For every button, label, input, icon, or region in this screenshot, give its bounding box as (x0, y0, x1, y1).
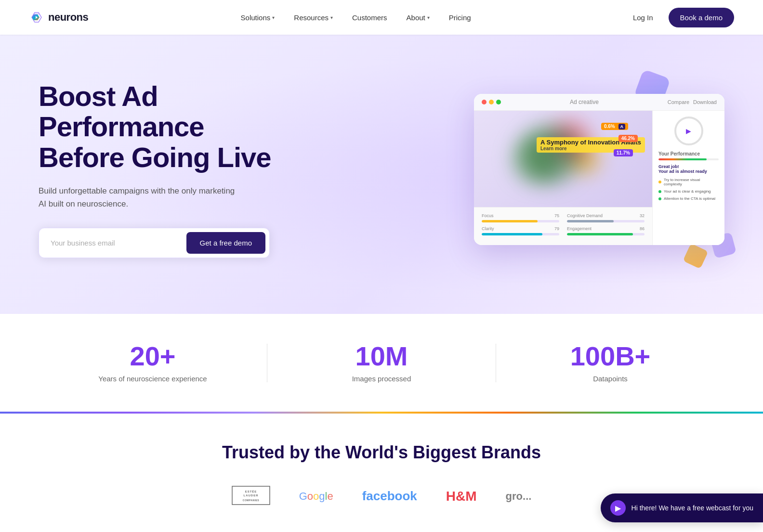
book-demo-button[interactable]: Book a demo (669, 8, 734, 27)
trusted-title: Trusted by the World's Biggest Brands (39, 442, 724, 463)
side-item-3: Attention to the CTA is optimal (658, 196, 719, 201)
performance-circle (674, 117, 703, 145)
side-item-2: Your ad is clear & engaging (658, 189, 719, 194)
chevron-down-icon: ▾ (330, 15, 333, 20)
deco-shape-3 (683, 243, 708, 269)
brand-facebook: facebook (362, 489, 417, 504)
brand-estee-lauder: ESTÉE LAUDER COMPANIES (232, 486, 270, 506)
status-dot-1 (658, 181, 661, 183)
stat-years: 20+ Years of neuroscience experience (39, 343, 267, 383)
heatmap-area: A Symphony of Innovation Awaits Learn mo… (474, 111, 652, 207)
status-dot-2 (658, 190, 661, 193)
nav-about[interactable]: About ▾ (399, 10, 437, 26)
svg-text:ESTÉE: ESTÉE (245, 490, 257, 493)
focus-bar (482, 220, 538, 222)
hero-subtitle: Build unforgettable campaigns with the o… (39, 184, 241, 210)
metric-engagement: Engagement 86 (567, 226, 645, 235)
mockup-side-panel: Your Performance Great job!Your ad is al… (652, 111, 724, 245)
chat-bubble[interactable]: ▶ Hi there! We have a free webcast for y… (601, 493, 763, 522)
side-item-1: Try to increase visual complexity (658, 178, 719, 186)
nav-links: Solutions ▾ Resources ▾ Customers About … (233, 10, 479, 26)
svg-text:LAUDER: LAUDER (243, 494, 258, 497)
metrics-row-1: Focus 75 Cognitive Demand 32 (482, 213, 645, 222)
perf-bar (658, 158, 707, 160)
hero-visual: Ad creative Compare Download A (279, 94, 724, 245)
metric-clarity: Clarity 79 (482, 226, 559, 235)
stat-images-number: 10M (287, 343, 476, 370)
mockup-actions: Compare Download (668, 99, 717, 105)
mockup-metrics: Focus 75 Cognitive Demand 32 (474, 207, 652, 245)
metrics-row-2: Clarity 79 Engagement 86 (482, 226, 645, 235)
mockup-topbar: Ad creative Compare Download (474, 94, 724, 111)
email-input[interactable] (43, 234, 186, 252)
status-dot-3 (658, 197, 661, 200)
dashboard-mockup: Ad creative Compare Download A (474, 94, 724, 245)
stat-images: 10M Images processed (267, 343, 496, 383)
get-demo-button[interactable]: Get a free demo (186, 232, 265, 254)
cognitive-bar (567, 220, 614, 222)
stat-images-label: Images processed (287, 375, 476, 383)
mockup-body: A Symphony of Innovation Awaits Learn mo… (474, 111, 724, 245)
chevron-down-icon: ▾ (427, 15, 430, 20)
clarity-bar (482, 233, 542, 235)
nav-pricing[interactable]: Pricing (441, 10, 479, 26)
badge-46: 46.2% (618, 135, 638, 142)
close-dot (482, 100, 487, 104)
logo[interactable]: neurons (29, 10, 88, 25)
nav-resources[interactable]: Resources ▾ (286, 10, 341, 26)
chat-avatar: ▶ (610, 500, 626, 516)
stat-years-number: 20+ (58, 343, 248, 370)
metric-cognitive: Cognitive Demand 32 (567, 213, 645, 222)
mockup-main: A Symphony of Innovation Awaits Learn mo… (474, 111, 652, 245)
window-controls (482, 100, 501, 104)
hero-content: Boost Ad Performance Before Going Live B… (39, 81, 279, 259)
stat-datapoints: 100B+ Datapoints (496, 343, 724, 383)
hero-section: Boost Ad Performance Before Going Live B… (0, 35, 763, 314)
stat-datapoints-label: Datapoints (515, 375, 705, 383)
login-button[interactable]: Log In (623, 9, 663, 26)
brand-hm: H&M (446, 489, 477, 504)
nav-actions: Log In Book a demo (623, 8, 734, 27)
hero-title: Boost Ad Performance Before Going Live (39, 81, 279, 173)
perf-label: Your Performance (658, 151, 719, 156)
svg-marker-1 (34, 13, 39, 14)
mockup-title: Ad creative (570, 99, 599, 105)
navbar: neurons Solutions ▾ Resources ▾ Customer… (0, 0, 763, 35)
metric-focus: Focus 75 (482, 213, 559, 222)
nav-customers[interactable]: Customers (344, 10, 395, 26)
logo-icon (29, 10, 44, 25)
badge-11: 11.7% (614, 149, 633, 156)
stat-datapoints-number: 100B+ (515, 343, 705, 370)
email-form: Get a free demo (39, 228, 270, 258)
brand-google: Google (299, 490, 333, 503)
stat-years-label: Years of neuroscience experience (58, 375, 248, 383)
minimize-dot (489, 100, 494, 104)
nav-solutions[interactable]: Solutions ▾ (233, 10, 283, 26)
stats-section: 20+ Years of neuroscience experience 10M… (0, 314, 763, 412)
chat-label: Hi there! We have a free webcast for you (631, 504, 753, 512)
engagement-bar (567, 233, 633, 235)
badge-0.6: 0.6% A (601, 123, 628, 130)
logo-text: neurons (48, 11, 88, 24)
brand-other: gro... (506, 490, 532, 503)
side-status: Great job!Your ad is almost ready (658, 164, 719, 174)
estee-lauder-icon: ESTÉE LAUDER COMPANIES (232, 486, 270, 505)
chevron-down-icon: ▾ (272, 15, 275, 20)
expand-dot (496, 100, 501, 104)
svg-text:COMPANIES: COMPANIES (242, 499, 259, 502)
